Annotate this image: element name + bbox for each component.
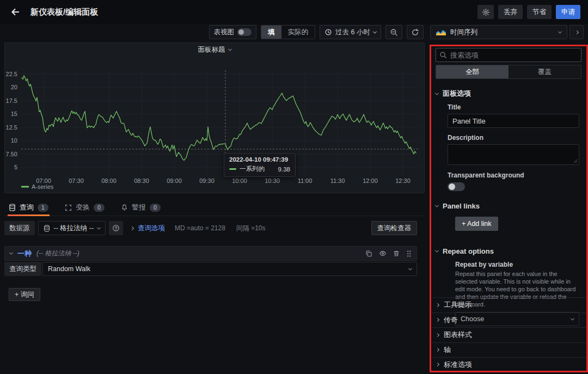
tab-transform[interactable]: 变换 0 <box>64 199 106 216</box>
panel-options-section-header[interactable]: 面板选项 <box>436 89 581 99</box>
chart-panel: 面板标题 57.501012.51517.52022.507:0007:3008… <box>4 42 425 193</box>
svg-text:17.5: 17.5 <box>6 97 17 104</box>
section-legend[interactable]: 传奇 <box>432 312 586 328</box>
actual-option[interactable]: 实际的 <box>281 26 315 39</box>
refresh-button[interactable] <box>407 25 424 39</box>
panel-options-title: 面板选项 <box>443 89 471 99</box>
stat-interval: 间隔 =10s <box>236 224 266 233</box>
resize-handle-icon[interactable] <box>573 159 578 163</box>
svg-text:5: 5 <box>14 164 17 170</box>
timeseries-svg[interactable]: 57.501012.51517.52022.507:0007:3008:0008… <box>5 56 424 193</box>
chevron-down-icon <box>373 29 377 33</box>
tab-query-count: 1 <box>38 204 48 212</box>
visualization-label: 时间序列 <box>450 28 477 37</box>
table-view-switch[interactable] <box>237 28 252 36</box>
editor-tabs: 查询 1 变换 0 警报 0 <box>4 199 425 216</box>
options-pane: 全部 覆盖 面板选项 Title Description Transparent… <box>430 42 588 326</box>
svg-text:10: 10 <box>11 137 17 144</box>
chevron-down-icon <box>228 47 231 51</box>
chevron-right-icon[interactable] <box>130 226 134 230</box>
datasource-help-button[interactable] <box>109 221 123 235</box>
svg-text:09:00: 09:00 <box>167 177 182 184</box>
chart-tooltip: 2022-04-10 09:47:39 一系列的 9.38 <box>224 153 296 177</box>
search-icon <box>439 51 447 59</box>
query-type-select[interactable]: Random Walk <box>42 262 417 276</box>
panel-settings-button[interactable] <box>477 5 494 19</box>
gear-icon <box>482 8 490 16</box>
zoom-out-button[interactable] <box>385 25 402 39</box>
table-view-label: 表视图 <box>214 28 235 37</box>
edit-toolbar: 表视图 填 实际的 过去 6 小时 <box>0 25 425 39</box>
query-type-value: Random Walk <box>48 265 90 273</box>
datasource-value: -- 格拉法纳 -- <box>54 224 94 233</box>
panel-title-menu[interactable]: 面板标题 <box>5 43 424 56</box>
description-textarea[interactable] <box>448 144 579 165</box>
panel-title: 面板标题 <box>198 45 225 54</box>
query-refid[interactable]: 一种 <box>17 249 32 259</box>
add-link-button[interactable]: + Add link <box>455 217 498 231</box>
query-editor-card: 一种 (-- 格拉法纳 --) 查询类型 Random Walk <box>4 246 417 276</box>
chevron-right-icon <box>436 303 439 307</box>
discard-button[interactable]: 丢弃 <box>498 5 523 19</box>
datasource-picker[interactable]: -- 格拉法纳 -- <box>38 221 106 235</box>
drag-dots-icon <box>406 250 412 257</box>
options-search-input[interactable] <box>436 48 581 62</box>
table-view-toggle[interactable]: 表视图 <box>209 25 257 39</box>
arrow-left-icon <box>10 7 20 17</box>
title-field-label: Title <box>448 103 581 111</box>
save-button[interactable]: 节省 <box>527 5 552 19</box>
visualization-row: 时间序列 <box>430 25 584 39</box>
apply-button[interactable]: 申请 <box>556 5 580 19</box>
disable-query-button[interactable] <box>379 250 387 257</box>
drag-handle[interactable] <box>406 250 412 257</box>
svg-text:10:30: 10:30 <box>265 177 280 184</box>
query-row-header[interactable]: 一种 (-- 格拉法纳 --) <box>4 246 417 261</box>
section-graph-styles[interactable]: 图表样式 <box>432 327 586 342</box>
visualization-picker[interactable]: 时间序列 <box>430 25 567 39</box>
repeat-by-variable-label: Repeat by variable <box>455 261 581 268</box>
panel-links-title: Panel links <box>443 202 480 210</box>
query-inspector-button[interactable]: 查询检查器 <box>371 221 418 235</box>
chevron-right-icon <box>436 318 439 322</box>
transparent-bg-toggle[interactable] <box>448 182 465 191</box>
chevron-down-icon <box>558 29 562 33</box>
tab-query-label: 查询 <box>20 203 34 212</box>
section-axis[interactable]: 轴 <box>432 342 586 358</box>
trash-icon <box>393 250 400 257</box>
section-standard-options[interactable]: 标准选项 <box>432 357 586 372</box>
tab-transform-count: 0 <box>94 204 105 212</box>
description-field-label: Description <box>448 134 581 142</box>
tab-alert-count: 0 <box>150 204 161 212</box>
svg-text:12:30: 12:30 <box>395 177 411 184</box>
copy-icon <box>365 250 372 257</box>
svg-text:10:00: 10:00 <box>232 177 247 184</box>
tooltip-value: 9.38 <box>278 166 290 173</box>
back-button[interactable] <box>8 4 23 20</box>
repeat-options-section-header[interactable]: Repeat options <box>436 247 581 255</box>
chevron-down-icon <box>435 204 439 207</box>
filter-all-tab[interactable]: 全部 <box>436 65 509 78</box>
svg-text:08:00: 08:00 <box>101 177 117 184</box>
tab-query[interactable]: 查询 1 <box>8 199 50 216</box>
time-range-picker[interactable]: 过去 6 小时 <box>320 25 381 39</box>
chevron-down-icon[interactable] <box>9 251 13 255</box>
collapse-options-button[interactable] <box>569 25 584 39</box>
panel-title-input[interactable] <box>448 114 579 128</box>
duplicate-query-button[interactable] <box>365 250 372 257</box>
tab-alert[interactable]: 警报 0 <box>120 199 162 216</box>
tab-transform-label: 变换 <box>76 203 90 212</box>
svg-text:11:00: 11:00 <box>298 177 313 184</box>
svg-text:08:30: 08:30 <box>134 177 149 184</box>
fill-option[interactable]: 填 <box>261 26 281 39</box>
header-bar: 新仪表板/编辑面板 丢弃 节省 申请 <box>0 0 588 24</box>
section-tooltip[interactable]: 工具提示 <box>432 297 586 312</box>
svg-text:A-series: A-series <box>32 183 54 190</box>
pane-size-segment: 填 实际的 <box>261 25 315 39</box>
options-sidebar: 全部 覆盖 面板选项 Title Description Transparent… <box>430 42 588 374</box>
panel-links-section-header[interactable]: Panel links <box>436 202 581 210</box>
tooltip-time: 2022-04-10 09:47:39 <box>229 156 290 163</box>
query-options-link[interactable]: 查询选项 <box>138 224 165 233</box>
filter-overrides-tab[interactable]: 覆盖 <box>509 65 581 78</box>
delete-query-button[interactable] <box>393 250 400 257</box>
add-query-button[interactable]: + 询问 <box>9 288 40 301</box>
